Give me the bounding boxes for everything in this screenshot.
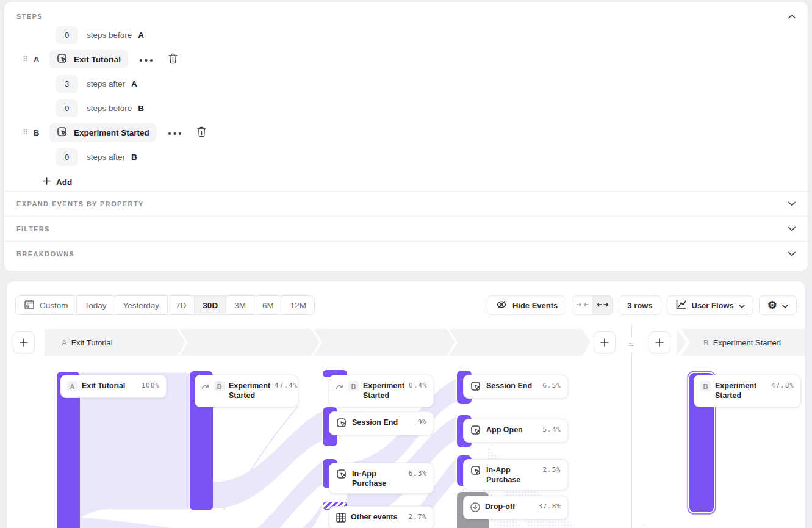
step-letter-badge: A: [67, 381, 77, 391]
collapse-columns-button[interactable]: [572, 296, 592, 314]
date-range-6m[interactable]: 6M: [254, 296, 282, 314]
add-column-right-button[interactable]: [649, 331, 670, 353]
eye-off-icon: [495, 298, 508, 313]
hide-events-label: Hide Events: [512, 301, 558, 310]
flow-node-card-experiment-started[interactable]: BExperiment Started0.4%: [329, 375, 434, 407]
date-range-7d[interactable]: 7D: [167, 296, 194, 314]
steps-count-text: steps after: [87, 153, 125, 162]
step-banner-segment[interactable]: [179, 329, 320, 356]
trash-icon: [168, 53, 178, 66]
rows-count-button[interactable]: 3 rows: [619, 295, 661, 315]
calendar-icon: [24, 299, 35, 312]
collapse-chevron-up-icon[interactable]: [788, 14, 796, 19]
flow-node-card-session-end[interactable]: Session End6.5%: [463, 375, 568, 399]
event-name: Experiment Started: [74, 128, 149, 137]
step-count-row: 0steps beforeA: [4, 23, 808, 47]
step-letter-badge: B: [214, 381, 225, 391]
view-selector-button[interactable]: User Flows: [667, 295, 753, 315]
click-event-icon: [336, 468, 348, 480]
flow-node-card-exit-tutorial[interactable]: AExit Tutorial100%: [60, 375, 167, 398]
hide-events-button[interactable]: Hide Events: [487, 295, 566, 315]
event-selector-button[interactable]: Experiment Started: [49, 123, 157, 142]
section-breakdowns[interactable]: BREAKDOWNS: [4, 241, 808, 266]
add-step-button[interactable]: Add: [43, 177, 72, 187]
date-range-selector: CustomTodayYesterday7D30D3M6M12M: [15, 295, 315, 315]
flow-node-percent: 100%: [142, 382, 160, 389]
end-step-banner[interactable]: [681, 329, 806, 356]
add-column-left-button[interactable]: [13, 331, 35, 353]
date-range-label: Custom: [40, 301, 68, 310]
steps-count-text: steps before: [87, 104, 132, 113]
steps-count-input[interactable]: 0: [56, 26, 78, 44]
date-range-label: 7D: [176, 301, 186, 310]
flow-node-label: Exit Tutorial: [82, 381, 137, 391]
date-range-3m[interactable]: 3M: [226, 296, 254, 314]
steps-count-text: steps before: [87, 31, 132, 40]
date-range-12m[interactable]: 12M: [282, 296, 314, 314]
steps-count-input[interactable]: 0: [56, 99, 78, 117]
flow-node-card-experiment-started[interactable]: BExperiment Started47.8%: [694, 375, 801, 407]
date-range-today[interactable]: Today: [76, 296, 115, 314]
date-range-custom[interactable]: Custom: [16, 296, 76, 314]
delete-step-button[interactable]: [165, 51, 181, 68]
drop-off-icon: [470, 502, 481, 513]
flow-node-percent: 6.3%: [409, 469, 428, 477]
step-banner-segment[interactable]: [449, 329, 591, 356]
step-count-row: 0steps afterB: [4, 145, 808, 169]
section-title: FILTERS: [16, 225, 50, 233]
click-event-icon: [56, 126, 68, 140]
event-options-button[interactable]: [137, 52, 156, 67]
expand-columns-button[interactable]: [592, 296, 613, 314]
flow-node-card-app-open[interactable]: App Open5.4%: [463, 419, 568, 443]
add-column-middle-button[interactable]: [594, 331, 616, 353]
flow-node-card-session-end[interactable]: Session End9%: [329, 411, 434, 435]
steps-section-title: STEPS: [16, 13, 43, 20]
plus-icon: [43, 177, 51, 187]
repeat-curve-icon: [336, 382, 344, 390]
step-count-row: 0steps beforeB: [4, 96, 808, 120]
query-builder-panel: STEPS 0steps beforeA⠿AExit Tutorial3step…: [4, 1, 808, 272]
date-range-yesterday[interactable]: Yesterday: [115, 296, 168, 314]
flow-node-card-in-app-purchase[interactable]: In-App Purchase2.5%: [463, 459, 568, 490]
date-range-label: 3M: [234, 301, 246, 310]
settings-button[interactable]: ⚙: [759, 295, 797, 315]
flow-node-percent: 0.4%: [409, 382, 428, 389]
section-filters[interactable]: FILTERS: [4, 216, 808, 241]
click-event-icon: [56, 52, 68, 67]
chevron-down-icon: [788, 201, 796, 206]
step-banner-segment[interactable]: [314, 329, 455, 356]
flow-node-label: Other events: [351, 512, 404, 522]
trash-icon: [196, 126, 207, 139]
steps-count-text: steps after: [87, 79, 125, 89]
drag-handle-icon[interactable]: ⠿: [23, 55, 34, 63]
flow-node-card-drop-off[interactable]: Drop-off37.8%: [463, 496, 568, 519]
event-options-button[interactable]: [165, 126, 184, 140]
flow-node-label: Experiment Started: [715, 381, 767, 400]
chevron-down-icon: [788, 226, 796, 231]
flow-node-percent: 47.8%: [771, 382, 794, 389]
steps-section-header[interactable]: STEPS: [4, 2, 808, 23]
flow-node-percent: 9%: [418, 418, 427, 426]
drag-handle-icon[interactable]: ⠿: [23, 128, 34, 137]
steps-count-input[interactable]: 0: [56, 148, 78, 166]
date-range-label: 30D: [203, 301, 218, 310]
date-range-label: 12M: [290, 301, 306, 310]
flow-node-label: Experiment Started: [229, 381, 270, 400]
flow-node-card-in-app-purchase[interactable]: In-App Purchase6.3%: [329, 463, 434, 494]
section-expand-events-by-property[interactable]: EXPAND EVENTS BY PROPERTY: [4, 191, 808, 216]
step-count-row: 3steps afterA: [4, 71, 808, 96]
steps-count-input[interactable]: 3: [56, 75, 78, 93]
flow-node-card-experiment-started[interactable]: BExperiment Started47.4%: [195, 375, 298, 407]
flow-node-label: In-App Purchase: [352, 469, 404, 488]
event-selector-button[interactable]: Exit Tutorial: [49, 50, 128, 68]
flow-node-card-other-events[interactable]: Other events2.7%: [329, 506, 434, 528]
step-banner-segment[interactable]: [45, 329, 185, 356]
section-title: BREAKDOWNS: [16, 250, 74, 258]
step-event-row: ⠿BExperiment Started: [4, 120, 808, 145]
delete-step-button[interactable]: [194, 124, 209, 142]
add-step-row: Add: [4, 173, 808, 191]
event-name: Exit Tutorial: [74, 55, 121, 64]
click-event-icon: [470, 424, 482, 436]
step-letter-badge: B: [348, 381, 359, 391]
date-range-30d[interactable]: 30D: [194, 296, 226, 314]
